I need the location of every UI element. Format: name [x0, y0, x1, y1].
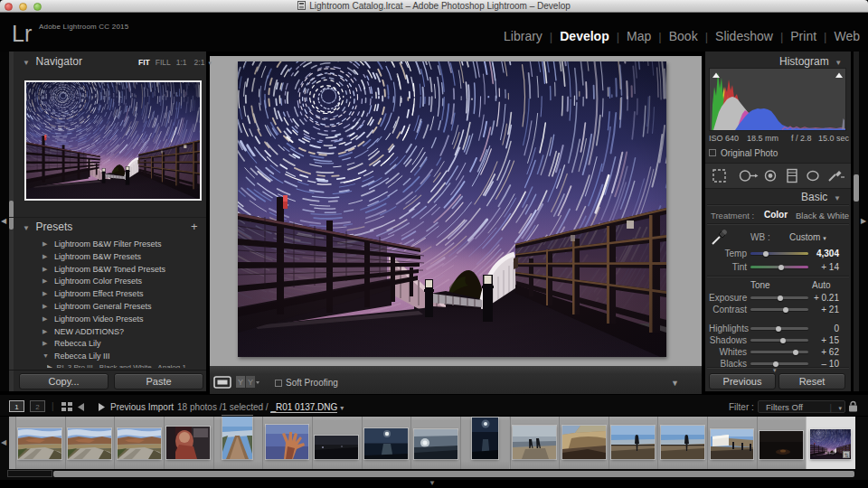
- svg-text:Y: Y: [248, 378, 253, 387]
- svg-text:Y: Y: [238, 378, 243, 387]
